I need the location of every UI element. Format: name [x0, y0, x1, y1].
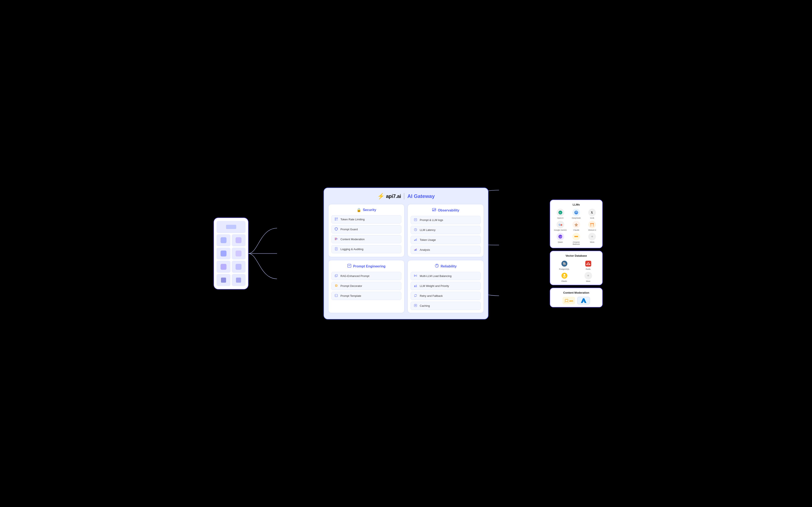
svg-rect-41	[414, 285, 415, 287]
observability-title: Observability	[438, 209, 459, 212]
llm-latency[interactable]: LLM Latency	[411, 226, 480, 234]
prompt-template[interactable]: >_ Prompt Template	[332, 292, 401, 300]
svg-text:>_: >_	[336, 295, 337, 297]
deepseek-label: DeepSeek	[572, 217, 581, 219]
more-vdb-label: More	[586, 280, 591, 282]
svg-rect-19	[415, 239, 416, 241]
openai-label: OpenAI	[557, 217, 564, 219]
svg-rect-12	[414, 218, 417, 221]
svg-rect-20	[416, 238, 417, 241]
template-label: Prompt Template	[341, 294, 361, 297]
svg-point-50	[576, 212, 577, 213]
token-rate-icon	[334, 217, 338, 221]
mistral-icon	[588, 221, 596, 228]
cm-azure	[577, 297, 590, 304]
phone-app-2	[232, 234, 246, 246]
prompt-llm-logs[interactable]: Prompt & LLM logs	[411, 216, 480, 224]
openai-icon: AI	[557, 209, 564, 216]
phone-app-8	[232, 274, 246, 286]
vdb-grid: 🐘 PostgreSQL Redis	[553, 260, 599, 282]
retry-fallback[interactable]: Retry and Fallback	[411, 292, 480, 300]
llm-weight-priority[interactable]: LLM Weight and Priority	[411, 282, 480, 290]
more-vdb-icon: +	[585, 272, 592, 279]
analysis[interactable]: Analysis	[411, 246, 480, 254]
template-icon: >_	[334, 294, 338, 298]
svg-rect-55	[591, 223, 591, 224]
elastic-icon	[561, 272, 568, 279]
logging-auditing[interactable]: Logging & Auditing	[332, 245, 401, 253]
svg-text:X: X	[591, 211, 593, 214]
phone-app-6	[232, 261, 246, 273]
logging-label: Logging & Auditing	[341, 247, 363, 251]
svg-rect-56	[592, 223, 593, 224]
security-section: 🔒 Security Token Rate Limiting	[328, 204, 405, 257]
gemini-icon: G AI	[557, 221, 564, 228]
left-phone	[214, 218, 248, 289]
gateway-title: AI Gateway	[407, 193, 435, 199]
latency-icon	[413, 228, 418, 232]
decorator-label: Prompt Decorator	[341, 284, 362, 287]
reliability-title: Reliability	[441, 265, 457, 268]
svg-rect-36	[416, 276, 417, 277]
analysis-label: Analysis	[420, 248, 430, 251]
retry-label: Retry and Fallback	[420, 294, 443, 297]
svg-rect-5	[335, 239, 338, 239]
phone-app-1	[216, 234, 231, 246]
grok-label: Grok	[590, 217, 595, 219]
llm-gemini: G AI Google Gemini	[553, 221, 567, 231]
cm-aws: aws	[562, 297, 575, 304]
phone-app-4	[232, 247, 246, 260]
svg-line-37	[415, 275, 415, 276]
azure-icon-container	[577, 297, 590, 304]
weight-icon	[413, 284, 418, 288]
llms-panel: LLMs AI OpenAI	[550, 200, 603, 248]
rag-enhanced[interactable]: RAG-Enhanced Prompt	[332, 272, 401, 280]
vdb-elastic: Elastic	[553, 272, 575, 282]
logo: ⚡ api7.ai	[377, 193, 401, 199]
mistral-label: Mistral AI	[588, 229, 596, 231]
content-mod-panel-title: Content Moderation	[553, 291, 599, 294]
multi-llm-lb[interactable]: Multi-LLM Load Balancing	[411, 272, 480, 280]
svg-rect-1	[337, 218, 338, 219]
logo-text: api7.ai	[386, 193, 401, 199]
svg-line-39	[415, 275, 416, 276]
prompt-guard-label: Prompt Guard	[341, 228, 358, 231]
prompt-eng-icon	[347, 264, 351, 269]
security-icon: 🔒	[357, 208, 361, 212]
svg-rect-57	[593, 223, 594, 224]
svg-rect-35	[416, 275, 417, 276]
llm-openai: AI OpenAI	[553, 209, 567, 219]
token-usage[interactable]: Token Usage	[411, 236, 480, 244]
svg-rect-18	[414, 240, 415, 241]
vector-db-panel: Vector Database 🐘 PostgreSQL	[550, 251, 603, 285]
retry-icon	[413, 294, 418, 298]
caching[interactable]: Caching	[411, 302, 480, 310]
deepseek-icon	[572, 209, 580, 216]
more-llm-icon: +	[588, 233, 596, 240]
gateway-container: ⚡ api7.ai AI Gateway 🔒 Security	[323, 187, 489, 320]
svg-rect-33	[414, 275, 415, 276]
content-moderation[interactable]: Content Moderation	[332, 235, 401, 243]
cm-grid: aws	[553, 297, 599, 304]
rag-icon	[334, 274, 338, 278]
token-rate-limiting[interactable]: Token Rate Limiting	[332, 215, 401, 224]
aws-icon: aws	[562, 297, 575, 304]
bedrock-icon	[572, 233, 580, 240]
llm-qwen: QW Qwen	[553, 233, 567, 245]
llm-grid: AI OpenAI DeepSeek	[553, 209, 599, 245]
caching-label: Caching	[420, 304, 430, 307]
sections-grid: 🔒 Security Token Rate Limiting	[328, 204, 484, 313]
svg-text:AI: AI	[561, 224, 562, 226]
svg-point-49	[574, 211, 578, 214]
content-mod-icon	[334, 237, 338, 241]
elastic-label: Elastic	[561, 280, 567, 282]
svg-rect-71	[563, 276, 566, 277]
logo-bolt: ⚡	[377, 193, 385, 199]
prompt-guard[interactable]: Prompt Guard	[332, 225, 401, 233]
prompt-decorator[interactable]: Prompt Decorator	[332, 282, 401, 290]
svg-text:QW: QW	[559, 236, 563, 238]
llm-claude: Claude	[569, 221, 583, 231]
svg-rect-42	[416, 285, 417, 287]
token-usage-label: Token Usage	[420, 238, 436, 241]
reliability-icon	[435, 264, 439, 269]
